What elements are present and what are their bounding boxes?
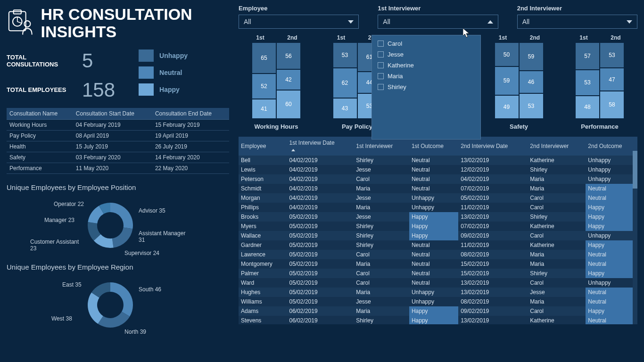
- treemap-column[interactable]: 1st2nd575348534758Performance: [562, 34, 637, 130]
- dropdown-option[interactable]: Carol: [372, 38, 480, 49]
- outcome-legend: Unhappy Neutral Happy: [139, 49, 188, 101]
- treemap-column[interactable]: 1st2nd655241564260Working Hours: [239, 34, 314, 130]
- treemap-cell: 52: [252, 74, 276, 98]
- treemap-label: Safety: [510, 123, 528, 130]
- page-title: HR CONSULTATION INSIGHTS: [41, 6, 229, 41]
- treemap-column[interactable]: 1st2nd505949594653Safety: [481, 34, 557, 130]
- treemap-cell: 46: [520, 71, 543, 92]
- donut-position[interactable]: Advisor 35 Assistant Manager31 Superviso…: [7, 193, 229, 259]
- table-row[interactable]: Lawrence05/02/2019CarolNeutral08/02/2019…: [239, 250, 637, 259]
- donut-region[interactable]: South 46 North 39 West 38 East 35: [7, 273, 229, 339]
- table-header[interactable]: 1st Outcome: [409, 137, 458, 156]
- table-row[interactable]: Adams06/02/2019MariaHappy09/02/2019Carol…: [239, 306, 637, 316]
- treemap-cell: 56: [277, 43, 300, 69]
- swatch-unhappy: [139, 49, 154, 62]
- chart-title-region: Unique Employees by Employee Region: [7, 263, 229, 271]
- checkbox-icon: [378, 41, 384, 47]
- table-row[interactable]: Montgomery05/02/2019MariaNeutral15/02/20…: [239, 259, 637, 269]
- detail-table-wrap: Employee1st Interview Date1st Interviewe…: [239, 137, 637, 324]
- treemap-cell: 50: [495, 43, 519, 66]
- swatch-neutral: [139, 66, 154, 79]
- filter-second-label: 2nd Interviewer: [517, 5, 637, 12]
- table-row[interactable]: Phillips04/02/2019MariaUnhappy11/02/2019…: [239, 203, 637, 212]
- treemap-cell: 53: [576, 70, 599, 95]
- treemap-cell: 57: [576, 43, 599, 69]
- table-row[interactable]: Stevens06/02/2019ShirleyHappy13/02/2019K…: [239, 316, 637, 324]
- treemap-cell: 65: [252, 43, 276, 73]
- stat-employees-value: 158: [82, 79, 115, 101]
- table-row[interactable]: Safety03 February 202014 February 2020: [7, 152, 229, 163]
- filter-second-select[interactable]: All: [517, 15, 637, 29]
- checkbox-icon: [378, 62, 384, 68]
- dropdown-option[interactable]: Maria: [372, 71, 480, 82]
- treemap-label: Pay Policy: [342, 123, 372, 130]
- table-row[interactable]: Schmidt04/02/2019MariaNeutral07/02/2019M…: [239, 184, 637, 193]
- treemap-cell: 43: [333, 99, 357, 118]
- table-scrollbar[interactable]: [633, 151, 637, 324]
- table-row[interactable]: Hughes05/02/2019MariaUnhappy13/02/2019Je…: [239, 288, 637, 297]
- filter-first-label: 1st Interviewer: [378, 5, 498, 12]
- treemap-cell: 53: [520, 94, 543, 118]
- treemap-label: Performance: [581, 123, 618, 130]
- table-row[interactable]: Palmer05/02/2019CarolNeutral15/02/2019Sh…: [239, 269, 637, 278]
- treemap-cell: 62: [333, 68, 357, 97]
- filter-employee-label: Employee: [239, 5, 359, 12]
- table-row[interactable]: Bell04/02/2019ShirleyNeutral13/02/2019Ka…: [239, 156, 637, 165]
- treemap-cell: 60: [277, 90, 300, 118]
- table-row[interactable]: Pay Policy08 April 201919 April 2019: [7, 130, 229, 141]
- table-row[interactable]: Gardner05/02/2019ShirleyNeutral11/02/201…: [239, 240, 637, 250]
- sort-asc-icon: [291, 149, 295, 151]
- treemap-cell: 42: [277, 70, 300, 89]
- treemap-cell: 47: [600, 68, 624, 90]
- table-row[interactable]: Brooks05/02/2019JesseHappy13/02/2019Shir…: [239, 212, 637, 222]
- table-row[interactable]: Williams05/02/2019JesseUnhappy08/02/2019…: [239, 297, 637, 306]
- chevron-down-icon: [348, 20, 354, 24]
- table-header[interactable]: 1st Interviewer: [354, 137, 409, 156]
- table-header[interactable]: 2nd Interview Date: [458, 137, 528, 156]
- treemap-cell: 49: [495, 96, 519, 118]
- table-header[interactable]: 1st Interview Date: [287, 137, 354, 156]
- table-row[interactable]: Performance11 May 202022 May 2020: [7, 163, 229, 173]
- consultation-table[interactable]: Consultation NameConsultation Start Date…: [7, 108, 229, 174]
- filter-first-select[interactable]: All: [378, 15, 498, 29]
- dropdown-option[interactable]: Shirley: [372, 82, 480, 92]
- table-header[interactable]: Consultation Start Date: [73, 108, 152, 120]
- dropdown-option[interactable]: Jesse: [372, 49, 480, 60]
- table-header[interactable]: Employee: [239, 137, 287, 156]
- treemap-cell: 48: [576, 96, 599, 118]
- checkbox-icon: [378, 73, 384, 79]
- table-row[interactable]: Working Hours04 February 201915 February…: [7, 119, 229, 130]
- table-header[interactable]: Consultation End Date: [152, 108, 229, 120]
- filter-employee-select[interactable]: All: [239, 15, 359, 29]
- swatch-happy: [139, 83, 154, 96]
- chevron-down-icon: [627, 20, 632, 24]
- stat-consultations-value: 5: [82, 49, 93, 72]
- treemap-cell: 59: [495, 67, 519, 94]
- treemap-cell: 58: [600, 91, 624, 118]
- table-row[interactable]: Morgan04/02/2019JesseUnhappy05/02/2019Ca…: [239, 193, 637, 203]
- treemap-cell: 41: [252, 99, 276, 118]
- dashboard-icon: [7, 6, 34, 40]
- table-row[interactable]: Ward05/02/2019CarolNeutral13/02/2019Caro…: [239, 278, 637, 288]
- treemap-cell: 53: [333, 43, 357, 67]
- scrollbar-thumb[interactable]: [633, 151, 637, 189]
- table-header[interactable]: 2nd Interviewer: [528, 137, 586, 156]
- stat-consultations-label: TOTAL CONSULTATIONS: [7, 54, 68, 68]
- stat-employees-label: TOTAL EMPLOYEES: [7, 86, 68, 93]
- dropdown-option[interactable]: Katherine: [372, 60, 480, 71]
- checkbox-icon: [378, 51, 384, 58]
- table-row[interactable]: Peterson04/02/2019CarolNeutral04/02/2019…: [239, 174, 637, 184]
- table-row[interactable]: Wallace05/02/2019ShirleyHappy09/02/2019C…: [239, 231, 637, 240]
- table-header[interactable]: 2nd Outcome: [586, 137, 637, 156]
- checkbox-icon: [378, 84, 384, 90]
- table-row[interactable]: Myers05/02/2019ShirleyHappy07/02/2019Kat…: [239, 222, 637, 231]
- chart-title-position: Unique Employees by Employee Position: [7, 183, 229, 191]
- detail-table[interactable]: Employee1st Interview Date1st Interviewe…: [239, 137, 637, 324]
- dashboard-header: HR CONSULTATION INSIGHTS: [7, 6, 229, 41]
- chevron-up-icon: [487, 20, 493, 24]
- table-row[interactable]: Health15 July 201926 July 2019: [7, 141, 229, 152]
- treemap-cell: 59: [520, 43, 543, 70]
- filter-first-dropdown[interactable]: CarolJesseKatherineMariaShirley: [372, 35, 481, 140]
- table-row[interactable]: Lewis04/02/2019JesseNeutral12/02/2019Shi…: [239, 165, 637, 174]
- table-header[interactable]: Consultation Name: [7, 108, 73, 120]
